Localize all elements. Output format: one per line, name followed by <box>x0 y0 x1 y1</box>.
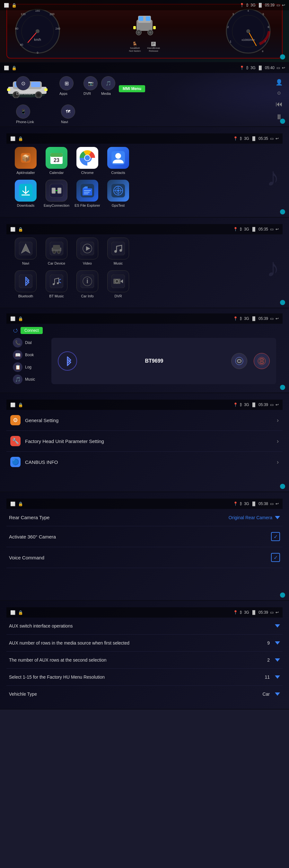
back-3[interactable]: ↩ <box>276 136 279 141</box>
back-8[interactable]: ↩ <box>276 610 279 615</box>
svg-point-97 <box>115 280 118 283</box>
app-bluetooth[interactable]: Bluetooth <box>13 270 39 298</box>
mmi-menu-item[interactable]: MMI Menu <box>119 85 145 92</box>
activate-360-row[interactable]: Activate 360° Camera ✓ <box>6 526 283 547</box>
app-video[interactable]: Video <box>74 238 100 265</box>
factory-res-dropdown[interactable]: 11 <box>264 675 280 680</box>
bluetooth-icon-4: ₿ <box>240 227 242 231</box>
bt-connect-button[interactable]: Connect <box>21 327 43 334</box>
back-6[interactable]: ↩ <box>276 403 279 407</box>
svg-rect-80 <box>53 245 60 249</box>
easyconnection-label: EasyConnection <box>44 204 69 207</box>
app-chrome[interactable]: Chrome <box>74 147 100 175</box>
svg-text:80: 80 <box>15 27 18 30</box>
activate-360-label: Activate 360° Camera <box>9 534 56 539</box>
app-carinfo[interactable]: i Car Info <box>74 270 100 298</box>
bt-dial-item[interactable]: 📞 Dial <box>13 338 45 347</box>
chrome-label: Chrome <box>81 171 94 175</box>
rear-camera-type-row[interactable]: Rear Camera Type Original Rear Camera <box>6 509 283 526</box>
settings-factory-item[interactable]: 🔧 Factory Head Unit Parameter Setting › <box>6 431 283 452</box>
bt-log-item[interactable]: 📋 Log <box>13 362 45 372</box>
settings-general-item[interactable]: ⚙ General Setting › <box>6 410 283 431</box>
voice-command-checkbox[interactable]: ✓ <box>271 553 280 562</box>
dashboard-display: 0 40 80 120 160 200 240 km/h <box>6 4 283 59</box>
bt-menu: 📞 Dial 📖 Book 📋 Log 🎵 Music <box>13 338 45 384</box>
app-contacts[interactable]: Contacts <box>105 147 131 175</box>
settings-canbus-item[interactable]: 🔵 CANBUS INFO › <box>6 452 283 472</box>
status-right-6: 📍 ₿ 3G ▐▌ 05:39 ▭ ↩ <box>233 403 279 407</box>
dashboard-item[interactable]: ⊙ Dashboard <box>16 76 33 95</box>
battery-8: ▭ <box>270 610 274 615</box>
back-4[interactable]: ↩ <box>276 227 279 231</box>
time-6: 05:39 <box>258 403 268 407</box>
teal-indicator-5 <box>280 385 285 390</box>
time-1: 05:39 <box>265 3 275 7</box>
status-right: 📍 ₿ 3G ▐▌ 05:39 ▭ ↩ <box>240 3 285 7</box>
app-dvr[interactable]: DVR <box>105 270 131 298</box>
status-left-2: ⬜ 🔒 <box>4 66 17 70</box>
book-icon: 📖 <box>13 350 23 360</box>
app-easyconnection[interactable]: EasyConnection <box>44 180 69 207</box>
bt-music-icon: 🎵 <box>13 374 23 384</box>
factory-res-row[interactable]: Select 1-15 for the Factory HU Menu Reso… <box>6 669 283 686</box>
app-btmusic[interactable]: BT Music <box>44 270 69 298</box>
svg-point-17 <box>138 31 140 34</box>
voice-command-row[interactable]: Voice Command ✓ <box>6 547 283 568</box>
aux-rows-first-row[interactable]: AUX number of rows in the media source w… <box>6 634 283 652</box>
bt-book-item[interactable]: 📖 Book <box>13 350 45 360</box>
factory-res-arrow <box>275 676 280 679</box>
canbus-label: CANBUS INFO <box>25 459 58 465</box>
btmusic-icon <box>46 270 67 292</box>
dvr-item[interactable]: 📷 DVR <box>83 76 98 95</box>
bt-music-item[interactable]: 🎵 Music <box>13 374 45 384</box>
settings-canbus-left: 🔵 CANBUS INFO <box>10 457 58 467</box>
activate-360-checkbox[interactable]: ✓ <box>271 532 280 541</box>
media-item[interactable]: 🎵 Media <box>101 76 115 95</box>
aux-rows-second-row[interactable]: The number of AUX rows at the second sel… <box>6 652 283 669</box>
app-calendar[interactable]: 23 Calendar <box>44 147 69 175</box>
back-5[interactable]: ↩ <box>276 316 279 321</box>
app-gpstest[interactable]: GpsTest <box>105 180 131 207</box>
bt-connect-action-btn[interactable] <box>231 353 247 369</box>
status-right-5: 📍 ₿ 3G ▐▌ 05:39 ▭ ↩ <box>233 316 279 321</box>
back-icon[interactable]: ↩ <box>282 3 285 7</box>
vehicle-type-row[interactable]: Vehichle Type Car <box>6 686 283 703</box>
app-music[interactable]: Music <box>105 238 131 265</box>
app-apkinstaller[interactable]: 📦 ApkInstaller <box>13 147 39 175</box>
svg-text:x1000/min: x1000/min <box>242 38 255 41</box>
svg-text:8: 8 <box>262 50 264 53</box>
bt-disconnect-btn[interactable] <box>254 353 270 369</box>
factory-settings-section: ⬜ 🔒 📍 ₿ 3G ▐▌ 05:39 ▭ ↩ AUX switch inter… <box>0 601 289 710</box>
app-navi[interactable]: Navi <box>13 238 39 265</box>
back-icon-2[interactable]: ↩ <box>282 66 285 70</box>
app-downloads[interactable]: Downloads <box>13 180 39 207</box>
aux-switch-dropdown[interactable] <box>275 624 280 627</box>
svg-text:1: 1 <box>229 40 231 43</box>
bluetooth-icon: ₿ <box>246 3 249 7</box>
signal-3g-7: 3G <box>244 501 249 506</box>
app-esfile[interactable]: ES File Explorer <box>74 180 100 207</box>
vehicle-type-dropdown[interactable]: Car <box>262 691 280 696</box>
cardevice-icon <box>46 238 67 259</box>
navi-item[interactable]: 🗺 Navi <box>61 104 75 124</box>
svg-rect-60 <box>52 188 56 193</box>
settings-spacer <box>6 472 283 485</box>
aux-switch-arrow <box>275 624 280 627</box>
app-cardevice[interactable]: Car Device <box>44 238 69 265</box>
rear-camera-type-value[interactable]: Original Rear Camera <box>229 515 280 520</box>
aux-rows-first-dropdown[interactable]: 9 <box>267 641 280 646</box>
phonelink-item[interactable]: 📱 Phone-Link <box>16 104 34 124</box>
bt-panel: 📞 Dial 📖 Book 📋 Log 🎵 Music <box>13 338 276 384</box>
svg-text:6: 6 <box>267 25 269 29</box>
aux-switch-row[interactable]: AUX switch interface operations <box>6 618 283 634</box>
aux-rows-first-val: 9 <box>267 641 270 646</box>
apps-item[interactable]: ⊞ Apps <box>60 76 74 95</box>
back-7[interactable]: ↩ <box>276 501 279 506</box>
lock-icon-5: 🔒 <box>18 316 23 321</box>
svg-point-19 <box>149 31 151 34</box>
signal-3g-5: 3G <box>244 316 249 321</box>
aux-rows-second-dropdown[interactable]: 2 <box>267 657 280 662</box>
window-icon-6: ⬜ <box>10 403 15 407</box>
svg-point-32 <box>246 29 250 33</box>
aux-switch-label: AUX switch interface operations <box>9 623 275 628</box>
